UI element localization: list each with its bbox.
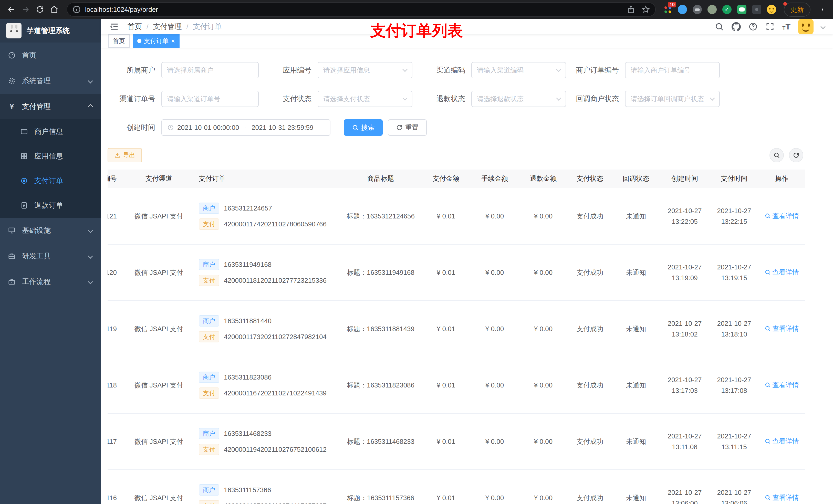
refresh-table-button[interactable] — [789, 148, 803, 162]
clock-icon — [167, 124, 174, 131]
cell-notify-status: 未通知 — [612, 413, 660, 470]
browser-forward-button[interactable] — [19, 2, 33, 17]
browser-refresh-button[interactable] — [33, 2, 47, 17]
cell-channel: 微信 JSAPI 支付 — [123, 413, 195, 470]
reset-button[interactable]: 重置 — [388, 119, 427, 136]
browser-home-button[interactable] — [47, 2, 62, 17]
dark-extension-icon[interactable] — [693, 5, 702, 14]
apps-grid-extension-icon[interactable]: 10 — [663, 5, 672, 14]
tab-pay-order[interactable]: 支付订单 × — [133, 34, 180, 48]
browser-back-button[interactable] — [4, 2, 19, 17]
font-size-button[interactable]: TT — [782, 23, 790, 31]
cell-action: 查看详情 — [759, 244, 805, 301]
browser-menu-icon[interactable] — [818, 5, 827, 14]
app-select[interactable]: 请选择应用信息 — [318, 62, 412, 78]
view-detail-link[interactable]: 查看详情 — [765, 212, 799, 220]
emoji-extension-icon[interactable] — [767, 5, 776, 14]
channel-pay-number: 4200001167202110271022491439 — [224, 389, 327, 397]
merchant-select[interactable] — [161, 62, 259, 78]
sidebar-item-dev-tools[interactable]: 研发工具 — [0, 243, 101, 269]
channel-pay-number: 4200001194202110276752100612 — [224, 446, 327, 454]
close-tab-icon[interactable]: × — [171, 38, 175, 44]
search-button[interactable]: 搜索 — [344, 119, 383, 136]
cell-fee: ¥ 0.00 — [470, 470, 519, 504]
cell-title: 标题：1635311468233 — [340, 413, 422, 470]
merchant-order-number: 1635312124657 — [224, 205, 272, 212]
url-text[interactable]: localhost:1024/pay/order — [85, 6, 626, 14]
site-info-icon[interactable] — [72, 5, 81, 14]
drop-extension-icon[interactable] — [678, 5, 687, 14]
gear-icon — [8, 77, 16, 85]
share-icon[interactable] — [626, 5, 635, 14]
cell-create-time: 2021-10-2713:22:05 — [660, 188, 710, 244]
breadcrumb-payment[interactable]: 支付管理 — [153, 22, 182, 31]
cell-title: 标题：1635312124656 — [340, 188, 422, 244]
app-logo[interactable]: 芋道管理系统 — [0, 19, 101, 43]
channel-order-no-field[interactable] — [161, 91, 259, 107]
cell-order-no: 商户 1635311468233 支付 42000011942021102767… — [195, 413, 340, 470]
merchant-order-no-input[interactable] — [630, 66, 714, 74]
view-detail-link[interactable]: 查看详情 — [765, 381, 799, 389]
address-bar[interactable]: localhost:1024/pay/order — [67, 2, 656, 17]
logo-avatar — [6, 23, 22, 39]
table-row: 121 微信 JSAPI 支付 商户 1635312124657 支付 4200… — [108, 188, 805, 244]
fullscreen-button[interactable] — [765, 22, 775, 31]
green-extension-icon[interactable] — [708, 5, 717, 14]
cell-pay-status: 支付成功 — [568, 357, 612, 413]
user-avatar[interactable] — [798, 19, 813, 34]
view-detail-link[interactable]: 查看详情 — [765, 493, 799, 502]
header-search-button[interactable] — [715, 22, 724, 31]
sidebar-item-app-info[interactable]: 应用信息 — [0, 144, 101, 169]
chat-extension-icon[interactable] — [737, 5, 746, 14]
table-row: 116 微信 JSAPI 支付 商户 1635311157366 支付 4200… — [108, 470, 805, 504]
merchant-order-number: 1635311157366 — [224, 486, 271, 494]
tab-home[interactable]: 首页 — [108, 34, 129, 48]
sidebar-item-infra[interactable]: 基础设施 — [0, 218, 101, 243]
user-menu-caret-icon[interactable] — [820, 24, 826, 29]
filter-merchant-order-no: 商户订单编号 — [571, 62, 720, 78]
sidebar-item-system[interactable]: 系统管理 — [0, 68, 101, 94]
check-extension-icon[interactable]: ✓ — [722, 5, 732, 14]
help-button[interactable] — [748, 22, 758, 31]
toggle-search-button[interactable] — [769, 148, 784, 162]
view-detail-link[interactable]: 查看详情 — [765, 324, 799, 333]
merchant-order-no-field[interactable] — [625, 62, 720, 78]
filter-pay-status: 支付状态 请选择支付状态 — [264, 91, 412, 107]
cell-pay-status: 支付成功 — [568, 188, 612, 244]
cell-refund: ¥ 0.00 — [519, 413, 568, 470]
search-icon — [773, 152, 780, 159]
browser-update-button[interactable]: 更新 — [784, 3, 810, 17]
export-button[interactable]: 导出 — [108, 148, 142, 162]
channel-code-select[interactable]: 请输入渠道编码 — [471, 62, 566, 78]
create-time-range-picker[interactable]: 2021-10-01 00:00:00 - 2021-10-31 23:59:5… — [161, 119, 330, 136]
payment-submenu: 商户信息 应用信息 支付订单 退款订单 — [0, 119, 101, 218]
breadcrumb-home[interactable]: 首页 — [127, 22, 142, 31]
cell-action: 查看详情 — [759, 301, 805, 357]
channel-order-no-input[interactable] — [167, 95, 253, 103]
notify-status-select[interactable]: 请选择订单回调商户状态 — [625, 91, 720, 107]
sidebar-item-pay-order[interactable]: 支付订单 — [0, 169, 101, 193]
sidebar-item-payment[interactable]: ¥ 支付管理 — [0, 94, 101, 119]
sidebar-toggle-button[interactable] — [109, 22, 119, 32]
merchant-input[interactable] — [167, 66, 253, 74]
sidebar-item-refund-order[interactable]: 退款订单 — [0, 193, 101, 218]
filter-merchant: 所属商户 — [108, 62, 259, 78]
table-row: 118 微信 JSAPI 支付 商户 1635311823086 支付 4200… — [108, 357, 805, 413]
cell-pay-time: 2021-10-2713:22:15 — [710, 188, 759, 244]
refund-status-select[interactable]: 请选择退款状态 — [471, 91, 566, 107]
cell-notify-status: 未通知 — [612, 301, 660, 357]
cell-action: 查看详情 — [759, 413, 805, 470]
sidebar-item-merchant-info[interactable]: 商户信息 — [0, 119, 101, 144]
pay-status-select[interactable]: 请选择支付状态 — [318, 91, 412, 107]
table-row: 117 微信 JSAPI 支付 商户 1635311468233 支付 4200… — [108, 413, 805, 470]
puzzle-extension-icon[interactable] — [752, 5, 761, 14]
dashboard-icon — [8, 51, 16, 59]
cell-title: 标题：1635311949168 — [340, 244, 422, 301]
view-detail-link[interactable]: 查看详情 — [765, 268, 799, 277]
github-link[interactable] — [732, 22, 741, 31]
page-content: 所属商户 应用编号 请选择应用信息 渠道编码 请输入渠道编码 — [101, 48, 833, 504]
sidebar-item-workflow[interactable]: 工作流程 — [0, 269, 101, 294]
bookmark-star-icon[interactable] — [641, 5, 650, 14]
sidebar-item-home[interactable]: 首页 — [0, 43, 101, 68]
view-detail-link[interactable]: 查看详情 — [765, 437, 799, 446]
